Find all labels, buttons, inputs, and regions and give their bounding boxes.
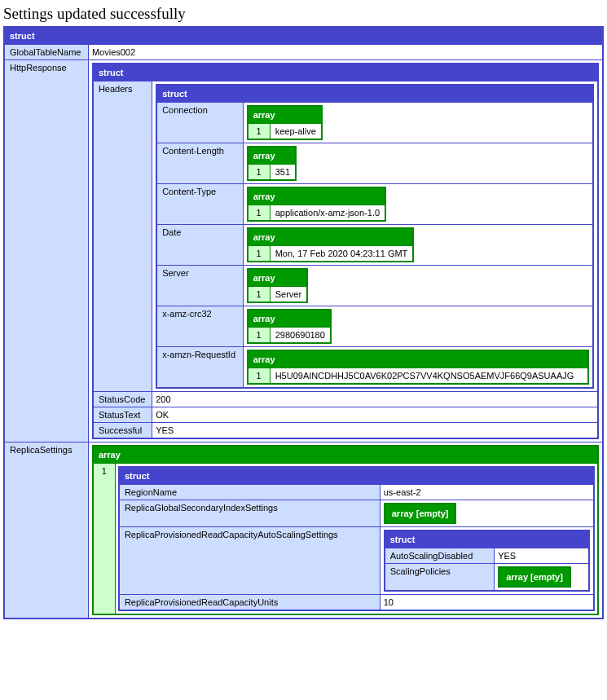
array-value: 2980690180 xyxy=(270,328,331,344)
key-date: Date xyxy=(156,225,243,266)
val-regionname: us-east-2 xyxy=(380,485,594,500)
val-globaltablename: Movies002 xyxy=(88,45,603,60)
struct-header: struct xyxy=(385,531,589,548)
val-httpresponse: struct Headers struct Connection xyxy=(88,60,603,442)
struct-header: struct xyxy=(119,467,594,485)
array-index: 1 xyxy=(93,464,116,615)
autoscaling-struct: struct AutoScalingDisabled YES ScalingPo… xyxy=(384,530,590,592)
array-header: array xyxy=(248,310,331,328)
val-replica-autoscaling: struct AutoScalingDisabled YES ScalingPo… xyxy=(380,527,594,595)
struct-header: struct xyxy=(156,85,593,103)
array-content-length: array 1 351 xyxy=(247,146,297,181)
val-replica-gsi: array [empty] xyxy=(380,500,594,527)
array-empty-badge: array [empty] xyxy=(384,503,457,524)
array-x-amz-crc32: array 1 2980690180 xyxy=(247,309,332,344)
key-headers: Headers xyxy=(93,81,152,392)
val-x-amzn-requestid: array 1 H5U09AINCDHHJ5C0AV6K02PCS7VV4KQN… xyxy=(243,347,593,389)
array-header: array xyxy=(248,187,385,205)
array-x-amzn-requestid: array 1 H5U09AINCDHHJ5C0AV6K02PCS7VV4KQN… xyxy=(247,350,589,385)
val-replicasettings: array 1 struct RegionName us-east-2 xyxy=(88,442,603,619)
key-statuscode: StatusCode xyxy=(93,392,152,407)
val-replica-readunits: 10 xyxy=(380,595,594,611)
key-x-amzn-requestid: x-amzn-RequestId xyxy=(156,347,243,389)
key-content-length: Content-Length xyxy=(156,143,243,184)
array-value: 351 xyxy=(270,165,296,181)
array-header: array xyxy=(248,106,322,124)
key-httpresponse: HttpResponse xyxy=(4,60,88,442)
key-autoscalingdisabled: AutoScalingDisabled xyxy=(385,548,495,564)
replicasettings-array: array 1 struct RegionName us-east-2 xyxy=(92,445,599,615)
array-header: array xyxy=(248,350,588,368)
array-header: array xyxy=(248,228,414,246)
array-value: H5U09AINCDHHJ5C0AV6K02PCS7VV4KQNSO5AEMVJ… xyxy=(270,368,588,385)
array-empty-badge: array [empty] xyxy=(498,566,571,588)
array-value: keep-alive xyxy=(270,124,322,140)
val-scalingpolicies: array [empty] xyxy=(495,564,589,592)
key-replica-gsi: ReplicaGlobalSecondaryIndexSettings xyxy=(119,500,380,527)
array-index: 1 xyxy=(248,124,271,140)
array-value: Server xyxy=(270,287,307,303)
array-value: application/x-amz-json-1.0 xyxy=(270,205,385,222)
val-server: array 1 Server xyxy=(243,266,593,306)
val-headers: struct Connection array 1 xyxy=(152,81,598,392)
array-index: 1 xyxy=(248,368,271,385)
array-date: array 1 Mon, 17 Feb 2020 04:23:11 GMT xyxy=(247,227,415,262)
key-connection: Connection xyxy=(156,103,243,143)
val-autoscalingdisabled: YES xyxy=(495,548,589,564)
struct-header: struct xyxy=(4,27,603,45)
key-replica-readunits: ReplicaProvisionedReadCapacityUnits xyxy=(119,595,380,611)
key-statustext: StatusText xyxy=(93,407,152,423)
key-globaltablename: GlobalTableName xyxy=(4,45,88,60)
headers-struct: struct Connection array 1 xyxy=(156,84,594,389)
array-index: 1 xyxy=(248,328,271,344)
key-x-amz-crc32: x-amz-crc32 xyxy=(156,306,243,347)
key-scalingpolicies: ScalingPolicies xyxy=(385,564,495,592)
val-date: array 1 Mon, 17 Feb 2020 04:23:11 GMT xyxy=(243,225,593,266)
array-content-type: array 1 application/x-amz-json-1.0 xyxy=(247,187,386,222)
val-successful: YES xyxy=(152,423,598,439)
array-index: 1 xyxy=(248,246,271,262)
array-index: 1 xyxy=(248,205,271,222)
array-header: array xyxy=(93,446,598,464)
array-header: array xyxy=(248,147,296,165)
array-server: array 1 Server xyxy=(247,268,308,303)
val-content-length: array 1 351 xyxy=(243,143,593,184)
key-content-type: Content-Type xyxy=(156,184,243,225)
struct-header: struct xyxy=(93,64,598,81)
array-index: 1 xyxy=(248,287,271,303)
array-header: array xyxy=(248,269,307,287)
array-value: Mon, 17 Feb 2020 04:23:11 GMT xyxy=(270,246,413,262)
array-connection: array 1 keep-alive xyxy=(247,105,323,140)
root-struct: struct GlobalTableName Movies002 HttpRes… xyxy=(3,26,604,619)
val-content-type: array 1 application/x-amz-json-1.0 xyxy=(243,184,593,225)
httpresponse-struct: struct Headers struct Connection xyxy=(92,63,599,439)
array-index: 1 xyxy=(248,165,271,181)
val-statustext: OK xyxy=(152,407,598,423)
key-replicasettings: ReplicaSettings xyxy=(4,442,88,619)
val-x-amz-crc32: array 1 2980690180 xyxy=(243,306,593,347)
page-title: Settings updated successfully xyxy=(3,5,604,23)
val-connection: array 1 keep-alive xyxy=(243,103,593,143)
replica-struct: struct RegionName us-east-2 ReplicaGloba… xyxy=(118,466,595,611)
key-replica-autoscaling: ReplicaProvisionedReadCapacityAutoScalin… xyxy=(119,527,380,595)
key-successful: Successful xyxy=(93,423,152,439)
array-value: struct RegionName us-east-2 ReplicaGloba… xyxy=(115,464,598,615)
key-server: Server xyxy=(156,266,243,306)
key-regionname: RegionName xyxy=(119,485,380,500)
val-statuscode: 200 xyxy=(152,392,598,407)
